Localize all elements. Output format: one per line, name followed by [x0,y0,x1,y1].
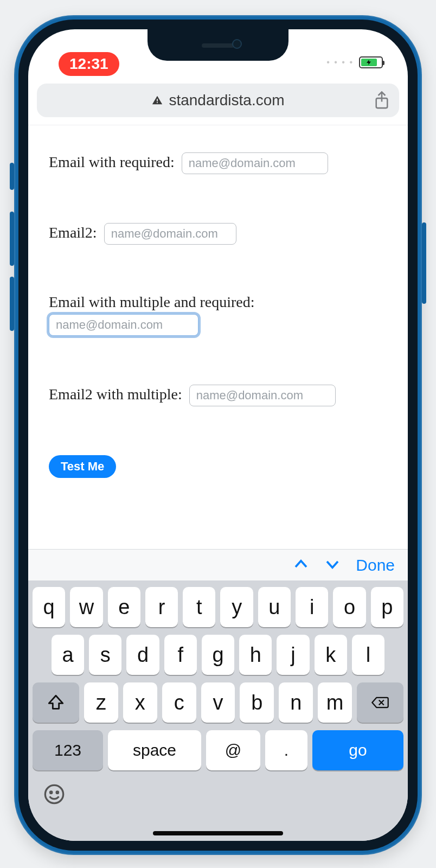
key-o[interactable]: o [333,587,366,627]
key-f[interactable]: f [164,635,197,675]
backspace-icon [371,693,389,712]
status-time-recording-pill[interactable]: 12:31 [59,52,119,76]
phone-silence-switch [10,163,14,190]
home-indicator[interactable] [153,831,283,835]
key-b[interactable]: b [240,682,274,723]
next-field-button[interactable] [324,556,341,575]
key-g[interactable]: g [202,635,234,675]
key-z[interactable]: z [84,682,118,723]
key-go[interactable]: go [312,730,403,770]
browser-url-bar[interactable]: standardista.com [37,84,399,117]
email2-input[interactable] [104,223,236,245]
phone-frame: 12:31 • • • • standardista.com [14,15,422,855]
keyboard-accessory-bar: Done [28,549,408,580]
email-multiple-required-input[interactable] [49,314,198,336]
key-x[interactable]: x [123,682,157,723]
keyboard-done-button[interactable]: Done [356,556,395,575]
key-y[interactable]: y [220,587,253,627]
phone-notch [148,29,288,61]
not-secure-warning-icon [151,94,163,106]
key-numbers[interactable]: 123 [33,730,103,770]
key-period[interactable]: . [265,730,307,770]
key-h[interactable]: h [239,635,272,675]
phone-volume-up [10,212,14,266]
key-u[interactable]: u [258,587,291,627]
key-e[interactable]: e [108,587,140,627]
key-at[interactable]: @ [206,730,260,770]
onscreen-keyboard: q w e r t y u i o p a s d f g h [28,580,408,841]
prev-field-button[interactable] [293,556,309,575]
key-w[interactable]: w [70,587,102,627]
battery-icon [359,56,383,68]
email-required-label: Email with required: [49,154,178,170]
phone-volume-down [10,277,14,331]
key-v[interactable]: v [201,682,235,723]
svg-point-5 [56,792,58,793]
key-l[interactable]: l [352,635,384,675]
emoji-icon [43,783,65,805]
share-button[interactable] [373,91,390,110]
charging-bolt-icon [366,58,372,67]
email-multiple-required-label: Email with multiple and required: [49,293,387,311]
key-t[interactable]: t [183,587,215,627]
email2-multiple-input[interactable] [189,385,336,406]
svg-point-4 [50,792,52,793]
svg-rect-0 [157,99,158,101]
key-n[interactable]: n [279,682,313,723]
key-s[interactable]: s [89,635,121,675]
url-domain-text: standardista.com [169,92,284,109]
test-me-button[interactable]: Test Me [49,455,116,478]
phone-power-button [422,222,426,304]
key-p[interactable]: p [371,587,403,627]
email2-multiple-label: Email2 with multiple: [49,386,186,403]
key-d[interactable]: d [126,635,159,675]
key-shift[interactable] [33,682,79,723]
page-content: Email with required: Email2: Email with … [28,125,408,478]
key-k[interactable]: k [315,635,347,675]
key-m[interactable]: m [318,682,352,723]
key-j[interactable]: j [277,635,309,675]
key-q[interactable]: q [33,587,65,627]
key-a[interactable]: a [52,635,84,675]
key-r[interactable]: r [145,587,178,627]
svg-rect-1 [157,102,158,103]
svg-point-3 [45,785,63,803]
status-cellular-dots: • • • • [326,58,354,67]
email2-label: Email2: [49,224,101,241]
email-required-input[interactable] [182,152,328,174]
emoji-keyboard-button[interactable] [43,783,65,807]
key-c[interactable]: c [162,682,196,723]
shift-icon [47,693,65,712]
key-backspace[interactable] [357,682,403,723]
key-i[interactable]: i [296,587,328,627]
key-space[interactable]: space [108,730,201,770]
